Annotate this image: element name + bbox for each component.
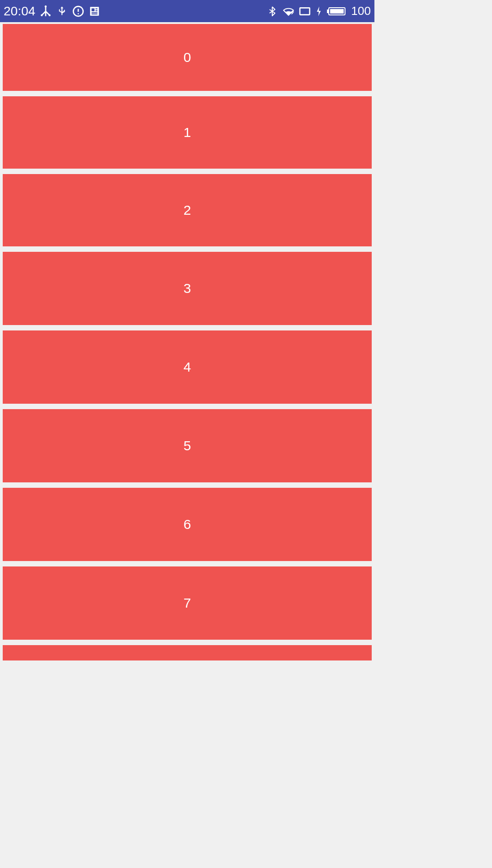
list-item-label: 4 [184, 359, 191, 375]
list-item-label: 0 [184, 50, 191, 65]
svg-rect-14 [327, 9, 329, 13]
status-bar: 20:04 100 [0, 0, 374, 22]
svg-point-2 [49, 14, 51, 16]
svg-rect-7 [92, 8, 95, 11]
news-icon [89, 5, 100, 17]
list-item[interactable]: 7 [3, 566, 372, 640]
bluetooth-icon [266, 5, 278, 17]
list-item-label: 5 [184, 438, 191, 453]
svg-rect-8 [95, 8, 97, 9]
status-bar-right: 100 [266, 4, 371, 18]
list-item[interactable]: 3 [3, 252, 372, 325]
status-time: 20:04 [4, 4, 35, 19]
list-container[interactable]: 0 1 2 3 4 5 6 7 [0, 22, 374, 660]
charging-icon [315, 5, 322, 17]
alert-circle-icon [72, 5, 84, 17]
battery-icon [327, 5, 347, 17]
svg-point-1 [41, 14, 43, 16]
graph-icon [40, 5, 52, 17]
list-item-label: 1 [184, 125, 191, 140]
list-item[interactable]: 6 [3, 488, 372, 561]
list-item-label: 2 [184, 203, 191, 218]
svg-rect-15 [330, 9, 344, 14]
list-item-label: 7 [184, 595, 191, 611]
list-item-label: 6 [184, 517, 191, 532]
svg-point-5 [78, 13, 79, 14]
status-bar-left: 20:04 [4, 4, 100, 19]
list-item[interactable]: 0 [3, 24, 372, 91]
svg-rect-10 [92, 12, 98, 13]
list-item[interactable]: 2 [3, 174, 372, 246]
screen-icon [299, 5, 311, 17]
list-item-label: 3 [184, 281, 191, 296]
status-battery-level: 100 [351, 4, 371, 18]
svg-rect-11 [92, 14, 98, 14]
wifi-icon [283, 5, 294, 17]
usb-icon [56, 5, 68, 17]
svg-rect-9 [95, 10, 97, 11]
svg-rect-12 [300, 8, 310, 14]
list-item[interactable]: 1 [3, 96, 372, 169]
list-item[interactable] [3, 645, 372, 660]
list-item[interactable]: 5 [3, 409, 372, 482]
svg-point-0 [45, 5, 47, 7]
list-item[interactable]: 4 [3, 330, 372, 404]
